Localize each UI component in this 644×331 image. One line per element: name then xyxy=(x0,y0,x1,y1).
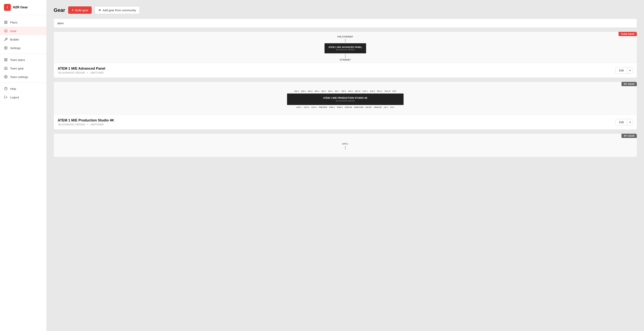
team-plans-label: Team plans xyxy=(10,58,25,61)
gear-meta: BLACKMAGIC DESIGN • SWITCHER xyxy=(58,123,114,126)
app-logo-icon: i xyxy=(4,4,11,11)
plus-icon: + xyxy=(72,8,74,12)
gear-settings-icon xyxy=(4,46,8,50)
page-header: Gear + Build gear ⊕ Add gear from commun… xyxy=(54,6,637,14)
edit-button[interactable]: Edit xyxy=(616,67,628,73)
gear-info-advanced-panel: ATEM 1 M/E Advanced Panel BLACKMAGIC DES… xyxy=(54,63,637,78)
main-nav: Plans Gear Builder xyxy=(0,15,46,105)
gear-type: SWITCHER xyxy=(90,123,104,126)
sidebar-item-team-settings[interactable]: Team settings xyxy=(0,72,46,81)
sidebar-item-logout[interactable]: Logout xyxy=(0,93,46,101)
search-input[interactable] xyxy=(54,19,637,28)
edit-button-group: Edit ▾ xyxy=(616,119,633,126)
gear-card-atem-advanced-panel: TEAM GEAR POE ETHERNET ATEM 1 M/E ADVANC… xyxy=(54,32,637,78)
team-gear-badge: TEAM GEAR xyxy=(618,32,637,36)
edit-button[interactable]: Edit xyxy=(616,119,628,125)
team-settings-icon xyxy=(4,75,8,79)
connection-top-eth: ETH 1 xyxy=(342,143,348,145)
team-gear-icon xyxy=(4,66,8,70)
my-gear-badge-3: MY GEAR xyxy=(622,134,637,138)
svg-rect-3 xyxy=(6,23,7,24)
svg-rect-9 xyxy=(6,60,7,61)
sidebar-item-help[interactable]: Help xyxy=(0,84,46,93)
sidebar: i H2R Gear Plans Gear xyxy=(0,0,46,331)
edit-chevron-button[interactable]: ▾ xyxy=(628,119,633,125)
svg-rect-6 xyxy=(4,58,6,59)
ports-row-top: SDI 1 SDI 2 SDI 3 SDI 4 SDI 5 SDI 6 SDI … xyxy=(294,89,397,93)
edit-chevron-button[interactable]: ▾ xyxy=(628,67,633,73)
gear-name: ATEM 1 M/E Advanced Panel xyxy=(58,66,105,71)
svg-rect-8 xyxy=(4,60,6,61)
team-gear-label: Team gear xyxy=(10,67,24,70)
main-content: Gear + Build gear ⊕ Add gear from commun… xyxy=(46,0,644,331)
app-title: H2R Gear xyxy=(13,5,28,9)
svg-rect-0 xyxy=(4,21,6,22)
connector-line-eth xyxy=(345,146,346,150)
gear-card-atem-production-studio: MY GEAR SDI 1 SDI 2 SDI 3 SDI 4 SDI 5 SD… xyxy=(54,82,637,130)
svg-point-11 xyxy=(6,76,6,77)
device-box-advanced-panel: ATEM 1 M/E ADVANCED PANEL BLACKMAGIC DES… xyxy=(324,43,366,53)
gear-name: ATEM 1 M/E Production Studio 4K xyxy=(58,118,114,122)
device-box-production-studio: ATEM 1 M/E PRODUCTION STUDIO 4K BLACKMAG… xyxy=(287,93,404,105)
gear-card-third: MY GEAR ETH 1 xyxy=(54,133,637,157)
svg-point-4 xyxy=(6,31,6,32)
sidebar-item-team-gear[interactable]: Team gear xyxy=(0,64,46,72)
nav-divider-2 xyxy=(0,83,46,83)
build-gear-button[interactable]: + Build gear xyxy=(68,6,92,14)
svg-rect-7 xyxy=(6,58,7,59)
add-community-label: Add gear from community xyxy=(102,8,136,12)
gear-diagram-production-studio: SDI 1 SDI 2 SDI 3 SDI 4 SDI 5 SDI 6 SDI … xyxy=(54,82,637,115)
gear-brand: BLACKMAGIC DESIGN xyxy=(58,123,85,126)
svg-rect-1 xyxy=(6,21,7,22)
nav-divider-1 xyxy=(0,54,46,54)
connector-line-bottom xyxy=(345,54,346,58)
settings-label: Settings xyxy=(10,46,20,50)
help-icon xyxy=(4,87,8,91)
grid-icon xyxy=(4,20,8,24)
sidebar-logo: i H2R Gear xyxy=(0,0,46,15)
circle-plus-icon: ⊕ xyxy=(98,8,101,12)
sidebar-item-settings[interactable]: Settings xyxy=(0,44,46,52)
gear-meta: BLACKMAGIC DESIGN • SWITCHER xyxy=(58,71,105,74)
tool-icon xyxy=(4,37,8,41)
gear-diagram-advanced-panel: POE ETHERNET ATEM 1 M/E ADVANCED PANEL B… xyxy=(54,32,637,63)
plans-label: Plans xyxy=(10,21,18,24)
logout-label: Logout xyxy=(10,96,19,99)
svg-rect-2 xyxy=(4,23,6,24)
build-gear-label: Build gear xyxy=(75,8,88,12)
edit-button-group: Edit ▾ xyxy=(616,67,633,74)
ports-row-bottom: AUX 1 AUX 2 AUX 3 PREVIEW PGM 1 PGM 2 PG… xyxy=(296,105,396,110)
connection-bottom-label: ETHERNET xyxy=(340,59,351,61)
add-community-button[interactable]: ⊕ Add gear from community xyxy=(95,6,140,14)
gear-brand: BLACKMAGIC DESIGN xyxy=(58,71,85,74)
connector-line-top xyxy=(345,39,346,42)
connection-top-label: POE ETHERNET xyxy=(337,36,353,38)
camera-icon xyxy=(4,29,8,33)
sidebar-item-plans[interactable]: Plans xyxy=(0,18,46,26)
my-gear-badge: MY GEAR xyxy=(622,82,637,86)
gear-diagram-third: ETH 1 xyxy=(54,134,637,157)
gear-type: SWITCHER xyxy=(90,71,104,74)
logout-icon xyxy=(4,95,8,99)
svg-point-12 xyxy=(4,87,8,90)
sidebar-item-gear[interactable]: Gear xyxy=(0,26,46,35)
builder-label: Builder xyxy=(10,38,19,41)
help-label: Help xyxy=(10,87,16,90)
team-plans-icon xyxy=(4,58,8,62)
page-title: Gear xyxy=(54,7,65,13)
gear-label: Gear xyxy=(10,29,16,32)
team-settings-label: Team settings xyxy=(10,75,28,79)
svg-point-10 xyxy=(6,68,6,69)
sidebar-item-team-plans[interactable]: Team plans xyxy=(0,55,46,64)
gear-info-production-studio: ATEM 1 M/E Production Studio 4K BLACKMAG… xyxy=(54,115,637,129)
svg-point-5 xyxy=(6,47,6,48)
sidebar-item-builder[interactable]: Builder xyxy=(0,35,46,44)
